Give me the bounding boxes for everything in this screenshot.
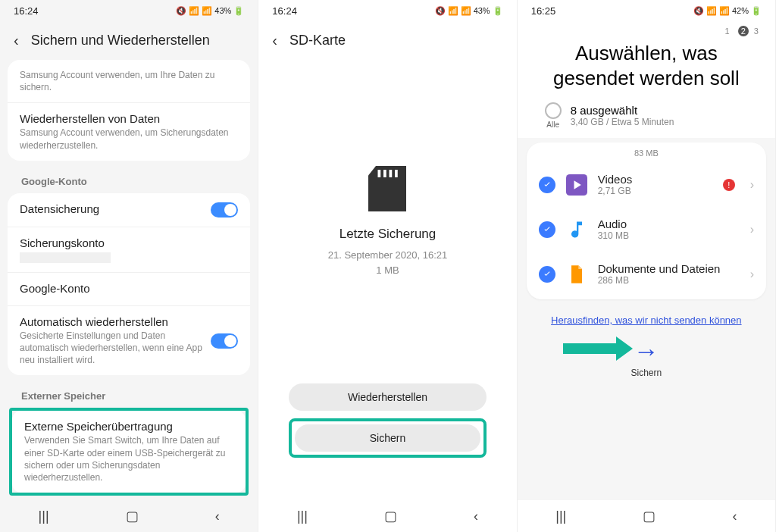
status-icons: 🔇 📶 📶 42% 🔋 (693, 6, 762, 16)
status-icons: 🔇 📶 📶 43% 🔋 (435, 6, 503, 16)
redacted-account (20, 252, 111, 263)
svg-rect-0 (378, 170, 381, 177)
home-icon[interactable]: ▢ (643, 508, 656, 524)
wifi-icon: 📶 (189, 6, 199, 16)
backup-account-item[interactable]: Sicherungskonto (8, 227, 250, 273)
proceed-arrow-icon[interactable]: → (634, 336, 659, 366)
last-backup-label: Letzte Sicherung (266, 227, 508, 242)
battery-text: 43% (474, 6, 490, 15)
find-out-link[interactable]: Herausfinden, was wir nicht senden könne… (518, 304, 775, 329)
phone-screen-2: 16:24 🔇 📶 📶 43% 🔋 ‹ SD-Karte Letzte Sich… (258, 0, 517, 532)
button-stack: Wiederherstellen Sichern (258, 383, 516, 462)
mute-icon: 🔇 (176, 6, 186, 16)
page-title: SD-Karte (289, 33, 346, 49)
svg-rect-3 (395, 170, 398, 177)
highlight-backup: Sichern (289, 418, 486, 458)
external-card: Externe Speicherübertragung Verwenden Si… (12, 411, 246, 493)
recents-icon[interactable]: ||| (297, 509, 308, 524)
back-nav-icon[interactable]: ‹ (474, 509, 478, 524)
step-3: 3 (754, 27, 762, 36)
wizard-title: Auswählen, was gesendet werden soll (531, 36, 762, 102)
list-item-audio[interactable]: Audio 310 MB › (527, 207, 766, 252)
wifi-icon: 📶 (448, 6, 458, 16)
backup-button[interactable]: Sichern (295, 424, 480, 452)
chevron-right-icon: › (750, 178, 754, 192)
status-bar: 16:24 🔇 📶 📶 43% 🔋 (258, 0, 516, 21)
select-all-radio[interactable] (545, 102, 562, 119)
audio-icon (566, 219, 587, 240)
battery-icon: 🔋 (233, 6, 244, 16)
selection-summary: 8 ausgewählt 3,40 GB / Etwa 5 Minuten (571, 104, 674, 127)
checked-icon[interactable] (539, 221, 555, 238)
signal-icon: 📶 (202, 6, 212, 16)
recents-icon[interactable]: ||| (39, 509, 49, 524)
app-header: ‹ Sichern und Wiederherstellen (0, 21, 258, 60)
back-nav-icon[interactable]: ‹ (732, 509, 737, 524)
list-item-videos[interactable]: Videos 2,71 GB ! › (527, 162, 766, 207)
highlight-external: Externe Speicherübertragung Verwenden Si… (9, 408, 249, 496)
step-2-active: 2 (738, 26, 749, 36)
recents-icon[interactable]: ||| (555, 509, 566, 524)
settings-content: Samsung Account verwenden, um Ihre Daten… (0, 60, 258, 500)
clock: 16:24 (14, 5, 39, 17)
proceed-label: Sichern (518, 368, 775, 378)
chevron-right-icon: › (750, 223, 754, 236)
battery-text: 42% (732, 6, 749, 15)
restore-button[interactable]: Wiederherstellen (289, 383, 486, 411)
google-account-item[interactable]: Google-Konto (8, 273, 250, 306)
svg-rect-1 (383, 170, 386, 177)
restore-data-item[interactable]: Wiederherstellen von Daten Samsung Accou… (8, 103, 250, 160)
home-icon[interactable]: ▢ (384, 508, 397, 524)
backup-data-item[interactable]: Samsung Account verwenden, um Ihre Daten… (8, 60, 250, 103)
checked-icon[interactable] (539, 177, 555, 193)
home-icon[interactable]: ▢ (126, 508, 139, 524)
page-title: Sichern und Wiederherstellen (31, 33, 210, 49)
backup-status: Letzte Sicherung 21. September 2020, 16:… (266, 60, 508, 277)
status-icons: 🔇 📶 📶 43% 🔋 (176, 6, 244, 16)
video-icon (566, 174, 587, 196)
annotation-arrow (563, 336, 633, 361)
nav-bar: ||| ▢ ‹ (258, 500, 516, 532)
status-bar: 16:25 🔇 📶 📶 42% 🔋 (518, 0, 775, 21)
battery-icon: 🔋 (493, 6, 503, 16)
toggle-switch[interactable] (211, 333, 238, 349)
clock: 16:25 (531, 5, 556, 17)
checked-icon[interactable] (539, 266, 555, 283)
svg-rect-2 (390, 170, 393, 177)
backup-date: 21. September 2020, 16:21 (266, 248, 508, 263)
mute-icon: 🔇 (435, 6, 446, 16)
external-transfer-item[interactable]: Externe Speicherübertragung Verwenden Si… (12, 411, 246, 493)
nav-bar: ||| ▢ ‹ (518, 500, 775, 532)
step-indicator: 1 2 3 (531, 26, 762, 36)
clock: 16:24 (272, 5, 297, 17)
backup-size: 1 MB (266, 263, 508, 278)
samsung-account-card: Samsung Account verwenden, um Ihre Daten… (8, 60, 250, 161)
selection-content: 83 MB Videos 2,71 GB ! › Audio 310 MB › (518, 138, 775, 500)
document-icon (566, 264, 587, 285)
data-type-list: 83 MB Videos 2,71 GB ! › Audio 310 MB › (527, 142, 766, 299)
toggle-switch[interactable] (211, 202, 238, 217)
nav-bar: ||| ▢ ‹ (0, 500, 258, 532)
section-google: Google-Konto (8, 170, 250, 193)
primary-action: → Sichern (518, 329, 775, 383)
sd-card-icon (368, 166, 406, 211)
back-icon[interactable]: ‹ (272, 32, 277, 49)
back-icon[interactable]: ‹ (14, 32, 19, 49)
status-bar: 16:24 🔇 📶 📶 43% 🔋 (0, 0, 258, 21)
list-item-documents[interactable]: Dokumente und Dateien 286 MB › (527, 252, 766, 296)
signal-icon: 📶 (719, 6, 730, 16)
select-all-row[interactable]: Alle 8 ausgewählt 3,40 GB / Etwa 5 Minut… (531, 102, 762, 136)
mute-icon: 🔇 (693, 6, 704, 16)
all-label: Alle (545, 120, 562, 129)
wifi-icon: 📶 (706, 6, 717, 16)
warning-icon: ! (723, 179, 735, 191)
signal-icon: 📶 (461, 6, 471, 16)
auto-restore-item[interactable]: Automatisch wiederherstellen Gesicherte … (8, 306, 250, 376)
chevron-right-icon: › (750, 268, 754, 281)
back-nav-icon[interactable]: ‹ (215, 509, 220, 524)
wizard-header: 1 2 3 Auswählen, was gesendet werden sol… (518, 21, 775, 138)
step-1: 1 (725, 27, 733, 36)
data-backup-item[interactable]: Datensicherung (8, 193, 250, 227)
phone-screen-3: 16:25 🔇 📶 📶 42% 🔋 1 2 3 Auswählen, was g… (518, 0, 776, 532)
battery-icon: 🔋 (751, 6, 762, 16)
